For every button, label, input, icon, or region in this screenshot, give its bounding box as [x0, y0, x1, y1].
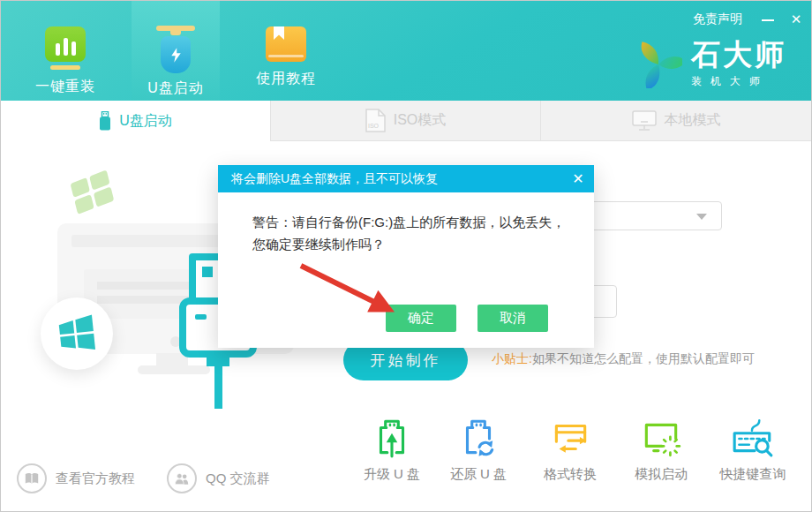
- cancel-button[interactable]: 取消: [477, 305, 548, 332]
- svg-text:ISO: ISO: [368, 123, 380, 129]
- dialog-title: 将会删除U盘全部数据，且不可以恢复: [231, 171, 438, 185]
- confirm-button[interactable]: 确定: [386, 305, 456, 332]
- book-icon: [266, 26, 306, 62]
- tip-line: 小贴士:如果不知道怎么配置，使用默认配置即可: [492, 351, 755, 367]
- nav-label: 一键重装: [35, 78, 95, 96]
- usb-drive-icon: [99, 111, 111, 131]
- app-header: 一键重装 U盘启动 使用教程 免责声明 ✕: [1, 1, 811, 101]
- tool-label: 格式转换: [524, 466, 616, 483]
- chevron-down-icon: [696, 214, 707, 220]
- tool-restore-usb[interactable]: 还原 U 盘: [432, 416, 524, 483]
- usb-plug-cable-illustration: [214, 365, 222, 409]
- tab-label: U盘启动: [119, 112, 172, 131]
- windows-flag-icon: [57, 314, 96, 353]
- tab-iso-mode[interactable]: ISO ISO模式: [270, 101, 541, 141]
- dialog-message: 警告：请自行备份(F:G:)盘上的所有数据，以免丢失， 您确定要继续制作吗？: [252, 211, 579, 255]
- reinstall-icon: [45, 26, 86, 62]
- tool-label: 快捷键查询: [707, 466, 799, 483]
- tutorial-circle-icon: [17, 463, 47, 493]
- mode-tabbar: U盘启动 ISO ISO模式 本地模式: [1, 101, 811, 141]
- nav-item-tutorial[interactable]: 使用教程: [242, 1, 330, 101]
- tab-label: 本地模式: [665, 111, 721, 130]
- monitor-icon: [632, 110, 657, 132]
- brand-logo: 石大师 装机大师: [635, 40, 786, 89]
- reinstall-icon-underline: [50, 65, 80, 70]
- qq-circle-icon: [167, 463, 197, 493]
- bookmark-icon: [274, 26, 284, 40]
- tip-text: 如果不知道怎么配置，使用默认配置即可: [532, 351, 755, 365]
- simulate-boot-icon: [639, 416, 683, 460]
- qq-group-link[interactable]: QQ 交流群: [167, 463, 270, 493]
- dialog-close-icon[interactable]: ✕: [562, 165, 594, 192]
- disclaimer-link[interactable]: 免责声明: [693, 11, 742, 27]
- nav-label: U盘启动: [147, 79, 204, 98]
- lightning-icon: [169, 46, 183, 64]
- hotkey-query-icon: [731, 416, 775, 460]
- tab-usb-boot[interactable]: U盘启动: [1, 101, 270, 141]
- tool-label: 模拟启动: [615, 466, 707, 483]
- dialog-message-line1: 警告：请自行备份(F:G:)盘上的所有数据，以免丢失，: [252, 211, 579, 233]
- confirm-dialog: 将会删除U盘全部数据，且不可以恢复 ✕ 警告：请自行备份(F:G:)盘上的所有数…: [218, 165, 594, 348]
- tool-format-convert[interactable]: 格式转换: [524, 416, 616, 483]
- tool-simulate-boot[interactable]: 模拟启动: [615, 416, 707, 483]
- iso-file-icon: ISO: [365, 109, 386, 132]
- dialog-header: 将会删除U盘全部数据，且不可以恢复 ✕: [218, 165, 594, 192]
- official-tutorial-link[interactable]: 查看官方教程: [17, 463, 135, 493]
- link-label: 查看官方教程: [56, 471, 135, 487]
- dialog-message-line2: 您确定要继续制作吗？: [252, 233, 579, 255]
- logo-icon: [635, 41, 682, 88]
- tab-label: ISO模式: [394, 111, 447, 130]
- app-window: 一键重装 U盘启动 使用教程 免责声明 ✕: [0, 0, 812, 512]
- people-icon: [174, 471, 190, 486]
- usb-boot-icon: [161, 36, 191, 73]
- tool-hotkey-query[interactable]: 快捷键查询: [707, 416, 799, 483]
- tab-local-mode[interactable]: 本地模式: [541, 101, 811, 141]
- windows-logo-ghost: [67, 169, 118, 220]
- nav-label: 使用教程: [256, 70, 316, 88]
- open-book-icon: [24, 471, 40, 486]
- nav-item-usb-boot[interactable]: U盘启动: [132, 1, 220, 101]
- link-label: QQ 交流群: [206, 471, 270, 487]
- tool-label: 还原 U 盘: [432, 466, 524, 483]
- logo-subtitle: 装机大师: [691, 74, 786, 89]
- close-button[interactable]: ✕: [781, 10, 811, 29]
- tool-upgrade-usb[interactable]: 升级 U 盘: [346, 416, 438, 483]
- monitor-stand-base: [138, 365, 210, 374]
- titlebar-controls: 免责声明 ✕: [693, 10, 811, 29]
- windows-logo-badge: [41, 297, 113, 370]
- restore-usb-icon: [456, 416, 500, 460]
- nav-item-one-key-reinstall[interactable]: 一键重装: [21, 1, 109, 101]
- tip-label: 小贴士:: [492, 351, 532, 365]
- minimize-button[interactable]: [755, 10, 781, 29]
- logo-title: 石大师: [691, 40, 786, 70]
- upgrade-usb-icon: [370, 416, 414, 460]
- tool-label: 升级 U 盘: [346, 466, 438, 483]
- format-convert-icon: [548, 416, 592, 460]
